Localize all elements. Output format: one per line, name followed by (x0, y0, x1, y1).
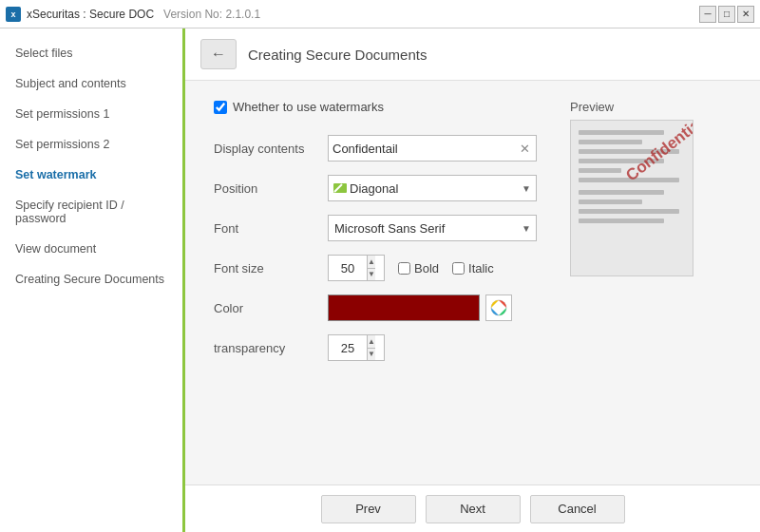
transparency-label: transparency (214, 341, 328, 355)
prev-button[interactable]: Prev (321, 495, 416, 523)
sidebar-item-creating[interactable]: Creating Secure Documents (0, 264, 182, 294)
color-picker-button[interactable] (485, 294, 512, 321)
use-watermarks-checkbox[interactable] (214, 101, 227, 114)
display-contents-label: Display contents (214, 142, 328, 156)
preview-line (579, 130, 664, 135)
sidebar-item-subject-contents[interactable]: Subject and contents (0, 68, 182, 99)
sidebar-item-permissions-2[interactable]: Set permissions 2 (0, 129, 182, 160)
title-bar-controls: ─ □ ✕ (699, 6, 754, 23)
transparency-up-button[interactable]: ▲ (368, 335, 375, 349)
font-size-label: Font size (214, 261, 328, 276)
form-section: Whether to use watermarks Display conten… (214, 100, 551, 466)
color-row: Color (214, 294, 551, 321)
font-size-input-wrap: ▲ ▼ (328, 255, 385, 281)
close-button[interactable]: ✕ (737, 6, 754, 23)
transparency-spinners: ▲ ▼ (367, 335, 375, 360)
font-size-up-button[interactable]: ▲ (368, 256, 375, 269)
display-contents-row: Display contents ✕ (214, 135, 551, 162)
preview-line (579, 140, 642, 144)
sidebar-item-recipient[interactable]: Specify recipient ID / password (0, 190, 182, 234)
preview-line (579, 218, 664, 223)
display-contents-input[interactable] (332, 142, 518, 156)
transparency-control: ▲ ▼ (328, 334, 551, 361)
watermark-checkbox-row: Whether to use watermarks (214, 100, 551, 114)
position-row: Position Diagonal Horizontal Vertical (214, 175, 551, 201)
transparency-input[interactable] (329, 341, 367, 355)
preview-lines (571, 121, 693, 238)
preview-line (579, 159, 664, 163)
app-name: xSecuritas : Secure DOC (27, 8, 154, 21)
display-contents-clear-btn[interactable]: ✕ (518, 142, 532, 156)
transparency-input-wrap: ▲ ▼ (328, 334, 385, 361)
italic-checkbox-label[interactable]: Italic (452, 261, 494, 276)
display-contents-control: ✕ (328, 135, 551, 162)
sidebar-item-permissions-1[interactable]: Set permissions 1 (0, 99, 182, 129)
content-header: ← Creating Secure Documents (185, 28, 760, 81)
preview-line (579, 209, 679, 214)
font-control: Microsoft Sans Serif Arial Times New Rom… (328, 215, 551, 241)
italic-checkbox[interactable] (452, 262, 465, 275)
sidebar-item-set-watermark[interactable]: Set watermark (0, 160, 182, 190)
font-select[interactable]: Microsoft Sans Serif Arial Times New Rom… (328, 215, 537, 241)
italic-label: Italic (468, 261, 494, 276)
minimize-button[interactable]: ─ (699, 6, 716, 23)
content-area: ← Creating Secure Documents Whether to u… (185, 28, 760, 532)
main-layout: Select files Subject and contents Set pe… (0, 28, 760, 532)
preview-line (579, 190, 664, 195)
font-size-row: Font size ▲ ▼ Bold (214, 255, 551, 281)
next-button[interactable]: Next (426, 495, 521, 523)
preview-label: Preview (570, 100, 732, 114)
sidebar: Select files Subject and contents Set pe… (0, 28, 185, 532)
color-wheel-icon (490, 299, 507, 316)
color-control (328, 294, 551, 321)
transparency-down-button[interactable]: ▼ (368, 349, 375, 361)
position-control: Diagonal Horizontal Vertical ▼ (328, 175, 551, 201)
footer: Prev Next Cancel (185, 484, 760, 532)
back-button[interactable]: ← (200, 39, 237, 69)
preview-line (579, 168, 621, 173)
cancel-button[interactable]: Cancel (530, 495, 625, 523)
title-bar-left: x xSecuritas : Secure DOC Version No: 2.… (6, 7, 260, 22)
sidebar-item-select-files[interactable]: Select files (0, 38, 182, 68)
display-contents-input-wrap: ✕ (328, 135, 537, 162)
position-select[interactable]: Diagonal Horizontal Vertical (328, 175, 537, 201)
preview-line (579, 149, 679, 154)
sidebar-item-view-document[interactable]: View document (0, 234, 182, 264)
color-label: Color (214, 301, 328, 315)
font-select-wrap: Microsoft Sans Serif Arial Times New Rom… (328, 215, 537, 241)
content-body: Whether to use watermarks Display conten… (185, 81, 760, 484)
font-label: Font (214, 221, 328, 236)
app-icon: x (6, 7, 21, 22)
font-size-spinners: ▲ ▼ (367, 256, 375, 280)
bold-checkbox-label[interactable]: Bold (398, 261, 439, 276)
font-row: Font Microsoft Sans Serif Arial Times Ne… (214, 215, 551, 241)
maximize-button[interactable]: □ (718, 6, 735, 23)
transparency-row: transparency ▲ ▼ (214, 334, 551, 361)
version-text: Version No: 2.1.0.1 (163, 8, 260, 21)
preview-line (579, 200, 642, 204)
font-size-down-button[interactable]: ▼ (368, 269, 375, 281)
font-size-input[interactable] (329, 261, 367, 276)
preview-line (579, 178, 679, 182)
bold-checkbox[interactable] (398, 262, 410, 275)
preview-document: Confidential (570, 120, 694, 276)
page-title: Creating Secure Documents (248, 47, 427, 63)
watermark-checkbox-label[interactable]: Whether to use watermarks (233, 100, 384, 114)
bold-label: Bold (414, 261, 439, 276)
font-size-control: ▲ ▼ Bold Italic (328, 255, 551, 281)
position-select-wrap: Diagonal Horizontal Vertical ▼ (328, 175, 537, 201)
title-bar: x xSecuritas : Secure DOC Version No: 2.… (0, 0, 760, 28)
position-label: Position (214, 181, 328, 196)
svg-point-3 (496, 305, 502, 311)
color-swatch[interactable] (328, 294, 480, 321)
preview-section: Preview Confidential (570, 100, 732, 466)
